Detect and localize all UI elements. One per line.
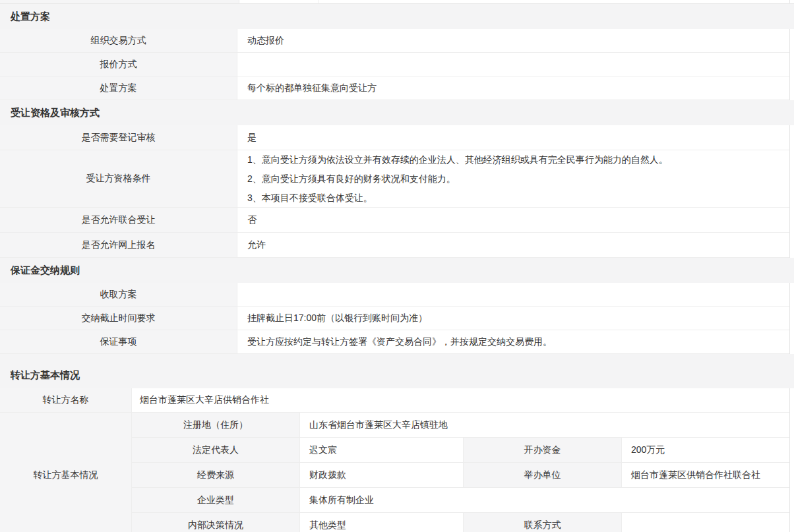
row-value: 是 bbox=[237, 125, 789, 150]
row-value: 其他类型 bbox=[300, 513, 464, 532]
row-value-startup-capital: 200万元 bbox=[622, 438, 789, 462]
row-enterprise-type: 企业类型 集体所有制企业 bbox=[132, 488, 789, 513]
qualification-line: 2、意向受让方须具有良好的财务状况和支付能力。 bbox=[247, 169, 456, 189]
row-value: 挂牌截止日17:00前（以银行到账时间为准） bbox=[237, 307, 789, 330]
sliver-cell bbox=[319, 0, 790, 3]
row-label: 注册地（住所） bbox=[132, 413, 300, 437]
deposit-rules-table: 收取方案 交纳截止时间要求 挂牌截止日17:00前（以银行到账时间为准） 保证事… bbox=[0, 283, 790, 354]
row-label: 经费来源 bbox=[132, 463, 300, 487]
row-guarantee-matters: 保证事项 受让方应按约定与转让方签署《资产交易合同》，并按规定交纳交易费用。 bbox=[0, 330, 789, 354]
row-value bbox=[237, 283, 789, 306]
row-trade-method: 组织交易方式 动态报价 bbox=[0, 29, 789, 53]
row-disposal-plan: 处置方案 每个标的都单独征集意向受让方 bbox=[0, 76, 789, 100]
qualification-line: 1、意向受让方须为依法设立并有效存续的企业法人、其他经济组织或具有完全民事行为能… bbox=[247, 150, 668, 169]
row-value-contact bbox=[622, 513, 789, 532]
row-value: 1、意向受让方须为依法设立并有效存续的企业法人、其他经济组织或具有完全民事行为能… bbox=[237, 150, 789, 207]
transferee-qualification-table: 是否需要登记审核 是 受让方资格条件 1、意向受让方须为依法设立并有效存续的企业… bbox=[0, 125, 790, 258]
row-value: 允许 bbox=[237, 233, 789, 257]
row-value: 否 bbox=[237, 208, 789, 232]
row-registered-address: 注册地（住所） 山东省烟台市蓬莱区大辛店镇驻地 bbox=[132, 413, 789, 438]
row-value: 受让方应按约定与转让方签署《资产交易合同》，并按规定交纳交易费用。 bbox=[237, 330, 789, 353]
qualification-line: 3、本项目不接受联合体受让。 bbox=[247, 189, 373, 208]
row-label: 受让方资格条件 bbox=[0, 150, 237, 207]
sliver-label-cell bbox=[0, 0, 239, 3]
row-collection-plan: 收取方案 bbox=[0, 283, 789, 307]
sliver-cell bbox=[239, 0, 319, 3]
row-label-organizer: 举办单位 bbox=[464, 463, 622, 487]
row-legal-representative: 法定代表人 迟文宸 开办资金 200万元 bbox=[132, 438, 789, 463]
disposal-plan-table: 组织交易方式 动态报价 报价方式 处置方案 每个标的都单独征集意向受让方 bbox=[0, 29, 790, 100]
section-title-disposal-plan: 处置方案 bbox=[0, 4, 794, 29]
row-transferor-name: 转让方名称 烟台市蓬莱区大辛店供销合作社 bbox=[0, 388, 789, 413]
row-label: 处置方案 bbox=[0, 76, 237, 100]
group-label: 转让方基本情况 bbox=[0, 413, 132, 532]
row-label-contact: 联系方式 bbox=[464, 513, 622, 532]
row-registration-review: 是否需要登记审核 是 bbox=[0, 125, 789, 150]
row-payment-deadline: 交纳截止时间要求 挂牌截止日17:00前（以银行到账时间为准） bbox=[0, 307, 789, 330]
row-value-organizer: 烟台市蓬莱区供销合作社联合社 bbox=[622, 463, 789, 487]
row-value: 集体所有制企业 bbox=[300, 488, 789, 512]
row-label: 收取方案 bbox=[0, 283, 237, 306]
row-value: 山东省烟台市蓬莱区大辛店镇驻地 bbox=[300, 413, 789, 437]
row-value: 迟文宸 bbox=[300, 438, 464, 462]
row-label: 转让方名称 bbox=[0, 388, 132, 412]
section-title-transferor-info: 转让方基本情况 bbox=[0, 362, 794, 388]
row-label: 组织交易方式 bbox=[0, 29, 237, 52]
row-value bbox=[237, 53, 789, 76]
row-qualification-conditions: 受让方资格条件 1、意向受让方须为依法设立并有效存续的企业法人、其他经济组织或具… bbox=[0, 150, 789, 208]
row-label: 交纳截止时间要求 bbox=[0, 307, 237, 330]
row-label: 是否允许网上报名 bbox=[0, 233, 237, 257]
row-label-startup-capital: 开办资金 bbox=[464, 438, 622, 462]
row-label: 是否允许联合受让 bbox=[0, 208, 237, 232]
row-label: 内部决策情况 bbox=[132, 513, 300, 532]
row-value: 动态报价 bbox=[237, 29, 789, 52]
section-title-transferee-qualification: 受让资格及审核方式 bbox=[0, 100, 794, 125]
row-funding-source: 经费来源 财政拨款 举办单位 烟台市蓬莱区供销合作社联合社 bbox=[132, 463, 789, 488]
row-joint-transfer: 是否允许联合受让 否 bbox=[0, 208, 789, 233]
row-online-signup: 是否允许网上报名 允许 bbox=[0, 233, 789, 258]
row-quote-method: 报价方式 bbox=[0, 53, 789, 76]
row-label: 是否需要登记审核 bbox=[0, 125, 237, 150]
section-gap bbox=[0, 354, 794, 362]
row-label: 报价方式 bbox=[0, 53, 237, 76]
row-label: 法定代表人 bbox=[132, 438, 300, 462]
row-value: 每个标的都单独征集意向受让方 bbox=[237, 76, 789, 100]
row-label: 企业类型 bbox=[132, 488, 300, 512]
transferor-detail-group: 转让方基本情况 注册地（住所） 山东省烟台市蓬莱区大辛店镇驻地 法定代表人 迟文… bbox=[0, 413, 789, 532]
row-internal-decision: 内部决策情况 其他类型 联系方式 bbox=[132, 513, 789, 532]
row-label: 保证事项 bbox=[0, 330, 237, 353]
section-title-deposit-rules: 保证金交纳规则 bbox=[0, 258, 794, 283]
row-value: 财政拨款 bbox=[300, 463, 464, 487]
row-value: 烟台市蓬莱区大辛店供销合作社 bbox=[132, 388, 789, 412]
transferor-info-table: 转让方名称 烟台市蓬莱区大辛店供销合作社 转让方基本情况 注册地（住所） 山东省… bbox=[0, 388, 790, 532]
